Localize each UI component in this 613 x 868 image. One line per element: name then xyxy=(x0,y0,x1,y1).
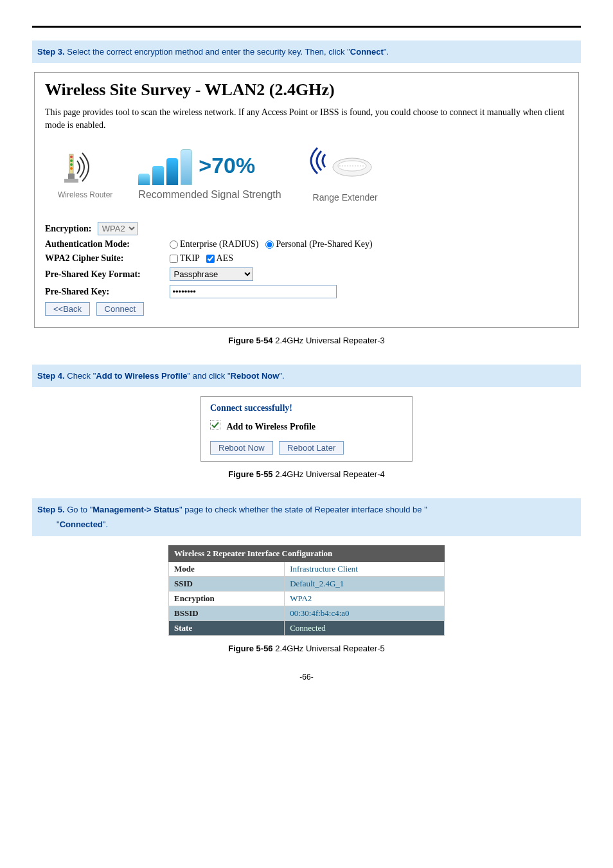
figure-5-56-caption: Figure 5-56 2.4GHz Universal Repeater-5 xyxy=(32,644,581,653)
top-rule xyxy=(32,26,581,28)
auth-personal-label: Personal (Pre-Shared Key) xyxy=(276,239,372,249)
button-row: <<Back Connect xyxy=(45,302,568,316)
step4-bold2: Reboot Now xyxy=(231,371,280,381)
auth-enterprise-label: Enterprise (RADIUS) xyxy=(180,239,258,249)
add-profile-row: Add to Wireless Profile xyxy=(210,420,403,432)
extender-label: Range Extender xyxy=(307,192,378,203)
step3-text-b: ". xyxy=(384,47,389,57)
status-table: Wireless 2 Repeater Interface Configurat… xyxy=(168,545,445,636)
step3-box: Step 3. Select the correct encryption me… xyxy=(32,41,581,63)
psk-label: Pre-Shared Key: xyxy=(45,287,167,297)
figure-5-55-caption: Figure 5-55 2.4GHz Universal Repeater-4 xyxy=(32,469,581,479)
extender-icon xyxy=(307,145,378,190)
signal-percent: >70% xyxy=(199,153,255,178)
step5-bold1: Management-> Status xyxy=(93,505,179,514)
step5-text-b: " page to check whether the state of Rep… xyxy=(179,505,427,514)
survey-panel: Wireless Site Survey - WLAN2 (2.4GHz) Th… xyxy=(34,72,579,327)
psk-format-row: Pre-Shared Key Format: Passphrase xyxy=(45,267,568,281)
step5-bold2: Connected xyxy=(60,520,103,529)
cipher-aes-label: AES xyxy=(217,253,233,263)
svg-point-2 xyxy=(70,159,73,162)
connect-button[interactable]: Connect xyxy=(96,302,144,316)
step4-text-b: " and click " xyxy=(188,371,231,381)
signal-bars-icon xyxy=(138,147,192,185)
add-profile-label: Add to Wireless Profile xyxy=(227,422,316,431)
cipher-label: WPA2 Cipher Suite: xyxy=(45,253,167,264)
figure-5-54-caption: Figure 5-54 2.4GHz Universal Repeater-3 xyxy=(32,336,581,345)
status-state-val: Connected xyxy=(285,620,445,635)
step3-label: Step 3. xyxy=(37,47,65,57)
step5-text-a: Go to " xyxy=(67,505,93,514)
status-mode-key: Mode xyxy=(169,561,285,576)
psk-format-select[interactable]: Passphrase xyxy=(170,267,253,281)
signal-caption: Recommended Signal Strength xyxy=(138,189,281,201)
step3-text-a: Select the correct encryption method and… xyxy=(67,47,350,57)
reboot-later-button[interactable]: Reboot Later xyxy=(279,441,344,455)
status-ssid-key: SSID xyxy=(169,576,285,591)
auth-row: Authentication Mode: Enterprise (RADIUS)… xyxy=(45,239,568,249)
add-profile-checkbox[interactable] xyxy=(210,420,220,430)
status-ssid-val: Default_2.4G_1 xyxy=(285,576,445,591)
cipher-aes-checkbox[interactable] xyxy=(206,255,215,263)
psk-row: Pre-Shared Key: xyxy=(45,285,568,298)
encryption-select[interactable]: WPA2 xyxy=(98,222,138,235)
auth-personal-radio[interactable] xyxy=(265,240,274,249)
step3-bold: Connect xyxy=(350,47,384,57)
signal-strength-block: >70% Recommended Signal Strength xyxy=(138,147,281,201)
connect-success-box: Connect successfully! Add to Wireless Pr… xyxy=(200,396,413,462)
encryption-row: Encryption: WPA2 xyxy=(45,222,568,235)
signal-diagram: Wireless Router >70% Recommended Signal … xyxy=(45,145,568,203)
psk-format-label: Pre-Shared Key Format: xyxy=(45,269,167,280)
router-icon xyxy=(58,148,96,186)
status-state-key: State xyxy=(169,620,285,635)
router-label: Wireless Router xyxy=(58,190,112,199)
auth-label: Authentication Mode: xyxy=(45,239,167,249)
step4-text-a: Check " xyxy=(67,371,96,381)
connect-success-title: Connect successfully! xyxy=(210,403,403,413)
psk-input[interactable] xyxy=(170,285,337,298)
status-header: Wireless 2 Repeater Interface Configurat… xyxy=(169,545,445,561)
status-enc-key: Encryption xyxy=(169,591,285,606)
status-bssid-key: BSSID xyxy=(169,606,285,620)
svg-point-3 xyxy=(70,163,73,166)
step4-box: Step 4. Check "Add to Wireless Profile" … xyxy=(32,365,581,387)
step5-box: Step 5. Go to "Management-> Status" page… xyxy=(32,498,581,536)
range-extender-block: Range Extender xyxy=(307,145,378,203)
status-mode-val: Infrastructure Client xyxy=(285,561,445,576)
wireless-router-block: Wireless Router xyxy=(58,148,112,199)
step5-text-c: ". xyxy=(103,520,108,529)
svg-point-1 xyxy=(70,156,73,158)
encryption-label: Encryption: xyxy=(45,224,91,234)
page-number: -66- xyxy=(32,673,581,682)
cipher-row: WPA2 Cipher Suite: TKIP AES xyxy=(45,253,568,264)
cipher-tkip-checkbox[interactable] xyxy=(170,255,178,263)
cipher-tkip-label: TKIP xyxy=(180,253,200,263)
step4-bold1: Add to Wireless Profile xyxy=(96,371,187,381)
status-bssid-val: 00:30:4f:b4:c4:a0 xyxy=(285,606,445,620)
step4-text-c: ". xyxy=(279,371,284,381)
step5-label: Step 5. xyxy=(37,505,65,514)
step4-label: Step 4. xyxy=(37,371,65,381)
svg-rect-5 xyxy=(68,174,75,179)
svg-rect-6 xyxy=(64,179,78,183)
auth-enterprise-radio[interactable] xyxy=(170,240,178,249)
survey-desc: This page provides tool to scan the wire… xyxy=(45,106,568,131)
status-enc-val: WPA2 xyxy=(285,591,445,606)
back-button[interactable]: <<Back xyxy=(45,302,90,316)
reboot-now-button[interactable]: Reboot Now xyxy=(210,441,273,455)
svg-point-4 xyxy=(70,167,73,170)
survey-title: Wireless Site Survey - WLAN2 (2.4GHz) xyxy=(45,80,568,100)
